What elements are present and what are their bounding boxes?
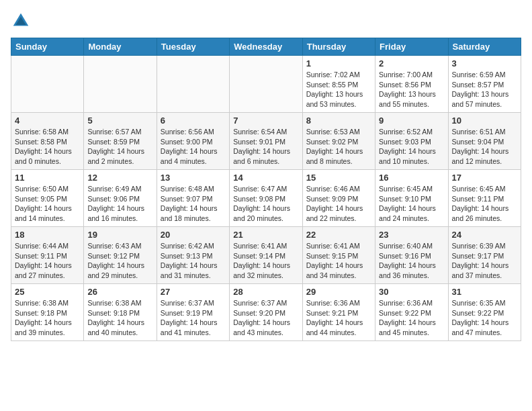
calendar-cell: 11Sunrise: 6:50 AM Sunset: 9:05 PM Dayli… [11,170,84,227]
cell-info: Sunrise: 6:38 AM Sunset: 9:18 PM Dayligh… [87,298,152,338]
calendar-cell: 20Sunrise: 6:42 AM Sunset: 9:13 PM Dayli… [157,227,229,284]
calendar-header-row: SundayMondayTuesdayWednesdayThursdayFrid… [11,38,521,56]
day-number: 24 [452,230,517,240]
day-number: 25 [15,287,80,297]
calendar-cell: 24Sunrise: 6:39 AM Sunset: 9:17 PM Dayli… [448,227,521,284]
calendar-cell: 18Sunrise: 6:44 AM Sunset: 9:11 PM Dayli… [11,227,84,284]
calendar-cell: 6Sunrise: 6:56 AM Sunset: 9:00 PM Daylig… [157,113,229,170]
day-number: 5 [87,116,152,126]
cell-info: Sunrise: 6:57 AM Sunset: 8:59 PM Dayligh… [87,127,152,167]
cell-info: Sunrise: 7:02 AM Sunset: 8:55 PM Dayligh… [306,70,371,109]
day-number: 16 [379,173,444,183]
calendar-cell: 9Sunrise: 6:52 AM Sunset: 9:03 PM Daylig… [375,113,448,170]
calendar-cell: 14Sunrise: 6:47 AM Sunset: 9:08 PM Dayli… [230,170,302,227]
day-number: 22 [306,230,371,240]
calendar-cell: 15Sunrise: 6:46 AM Sunset: 9:09 PM Dayli… [302,170,375,227]
calendar-cell: 4Sunrise: 6:58 AM Sunset: 8:58 PM Daylig… [11,113,84,170]
day-number: 9 [379,116,444,126]
calendar-cell: 2Sunrise: 7:00 AM Sunset: 8:56 PM Daylig… [375,56,448,113]
cell-info: Sunrise: 6:52 AM Sunset: 9:03 PM Dayligh… [379,127,444,167]
day-number: 18 [15,230,80,240]
calendar-cell: 17Sunrise: 6:45 AM Sunset: 9:11 PM Dayli… [448,170,521,227]
cell-info: Sunrise: 6:59 AM Sunset: 8:57 PM Dayligh… [452,70,517,109]
day-number: 2 [379,58,444,68]
cell-info: Sunrise: 6:44 AM Sunset: 9:11 PM Dayligh… [15,241,80,281]
cell-info: Sunrise: 6:36 AM Sunset: 9:22 PM Dayligh… [379,298,444,338]
calendar-cell: 1Sunrise: 7:02 AM Sunset: 8:55 PM Daylig… [302,56,375,113]
cell-info: Sunrise: 6:37 AM Sunset: 9:19 PM Dayligh… [161,298,226,338]
week-row-5: 25Sunrise: 6:38 AM Sunset: 9:18 PM Dayli… [11,284,521,341]
cell-info: Sunrise: 6:40 AM Sunset: 9:16 PM Dayligh… [379,241,444,281]
day-number: 19 [87,230,152,240]
day-header-saturday: Saturday [448,38,521,56]
cell-info: Sunrise: 6:54 AM Sunset: 9:01 PM Dayligh… [233,127,298,167]
day-header-tuesday: Tuesday [157,38,229,56]
day-header-friday: Friday [375,38,448,56]
calendar-cell: 21Sunrise: 6:41 AM Sunset: 9:14 PM Dayli… [230,227,302,284]
calendar-cell: 12Sunrise: 6:49 AM Sunset: 9:06 PM Dayli… [84,170,157,227]
calendar-cell [84,56,157,113]
week-row-1: 1Sunrise: 7:02 AM Sunset: 8:55 PM Daylig… [11,56,521,113]
day-number: 4 [15,116,80,126]
calendar-cell: 19Sunrise: 6:43 AM Sunset: 9:12 PM Dayli… [84,227,157,284]
calendar-cell: 3Sunrise: 6:59 AM Sunset: 8:57 PM Daylig… [448,56,521,113]
calendar-cell: 28Sunrise: 6:37 AM Sunset: 9:20 PM Dayli… [230,284,302,341]
calendar-cell: 10Sunrise: 6:51 AM Sunset: 9:04 PM Dayli… [448,113,521,170]
calendar-cell: 8Sunrise: 6:53 AM Sunset: 9:02 PM Daylig… [302,113,375,170]
day-number: 7 [233,116,298,126]
day-header-monday: Monday [84,38,157,56]
day-number: 21 [233,230,298,240]
cell-info: Sunrise: 6:35 AM Sunset: 9:22 PM Dayligh… [452,298,517,338]
day-number: 30 [379,287,444,297]
calendar-cell: 31Sunrise: 6:35 AM Sunset: 9:22 PM Dayli… [448,284,521,341]
week-row-2: 4Sunrise: 6:58 AM Sunset: 8:58 PM Daylig… [11,113,521,170]
cell-info: Sunrise: 6:50 AM Sunset: 9:05 PM Dayligh… [15,184,80,224]
cell-info: Sunrise: 6:47 AM Sunset: 9:08 PM Dayligh… [233,184,298,224]
cell-info: Sunrise: 6:43 AM Sunset: 9:12 PM Dayligh… [87,241,152,281]
cell-info: Sunrise: 6:36 AM Sunset: 9:21 PM Dayligh… [306,298,371,338]
cell-info: Sunrise: 7:00 AM Sunset: 8:56 PM Dayligh… [379,70,444,109]
day-number: 20 [161,230,226,240]
day-header-sunday: Sunday [11,38,84,56]
calendar-cell: 16Sunrise: 6:45 AM Sunset: 9:10 PM Dayli… [375,170,448,227]
cell-info: Sunrise: 6:51 AM Sunset: 9:04 PM Dayligh… [452,127,517,167]
day-number: 10 [452,116,517,126]
calendar-cell: 30Sunrise: 6:36 AM Sunset: 9:22 PM Dayli… [375,284,448,341]
calendar-cell: 5Sunrise: 6:57 AM Sunset: 8:59 PM Daylig… [84,113,157,170]
calendar-cell: 26Sunrise: 6:38 AM Sunset: 9:18 PM Dayli… [84,284,157,341]
cell-info: Sunrise: 6:58 AM Sunset: 8:58 PM Dayligh… [15,127,80,167]
cell-info: Sunrise: 6:48 AM Sunset: 9:07 PM Dayligh… [161,184,226,224]
day-number: 26 [87,287,152,297]
cell-info: Sunrise: 6:37 AM Sunset: 9:20 PM Dayligh… [233,298,298,338]
week-row-3: 11Sunrise: 6:50 AM Sunset: 9:05 PM Dayli… [11,170,521,227]
calendar-cell: 23Sunrise: 6:40 AM Sunset: 9:16 PM Dayli… [375,227,448,284]
logo-icon [11,11,31,31]
page-header [11,11,521,31]
day-number: 27 [161,287,226,297]
calendar-cell: 7Sunrise: 6:54 AM Sunset: 9:01 PM Daylig… [230,113,302,170]
calendar-cell: 22Sunrise: 6:41 AM Sunset: 9:15 PM Dayli… [302,227,375,284]
day-number: 12 [87,173,152,183]
cell-info: Sunrise: 6:46 AM Sunset: 9:09 PM Dayligh… [306,184,371,224]
week-row-4: 18Sunrise: 6:44 AM Sunset: 9:11 PM Dayli… [11,227,521,284]
cell-info: Sunrise: 6:38 AM Sunset: 9:18 PM Dayligh… [15,298,80,338]
logo [11,11,34,31]
day-number: 31 [452,287,517,297]
day-number: 3 [452,58,517,68]
calendar-table: SundayMondayTuesdayWednesdayThursdayFrid… [11,38,521,341]
day-number: 29 [306,287,371,297]
calendar-cell: 13Sunrise: 6:48 AM Sunset: 9:07 PM Dayli… [157,170,229,227]
cell-info: Sunrise: 6:41 AM Sunset: 9:14 PM Dayligh… [233,241,298,281]
day-number: 11 [15,173,80,183]
cell-info: Sunrise: 6:41 AM Sunset: 9:15 PM Dayligh… [306,241,371,281]
cell-info: Sunrise: 6:56 AM Sunset: 9:00 PM Dayligh… [161,127,226,167]
day-number: 15 [306,173,371,183]
cell-info: Sunrise: 6:53 AM Sunset: 9:02 PM Dayligh… [306,127,371,167]
cell-info: Sunrise: 6:49 AM Sunset: 9:06 PM Dayligh… [87,184,152,224]
day-header-thursday: Thursday [302,38,375,56]
calendar-cell [230,56,302,113]
day-number: 13 [161,173,226,183]
cell-info: Sunrise: 6:42 AM Sunset: 9:13 PM Dayligh… [161,241,226,281]
day-number: 8 [306,116,371,126]
day-number: 23 [379,230,444,240]
